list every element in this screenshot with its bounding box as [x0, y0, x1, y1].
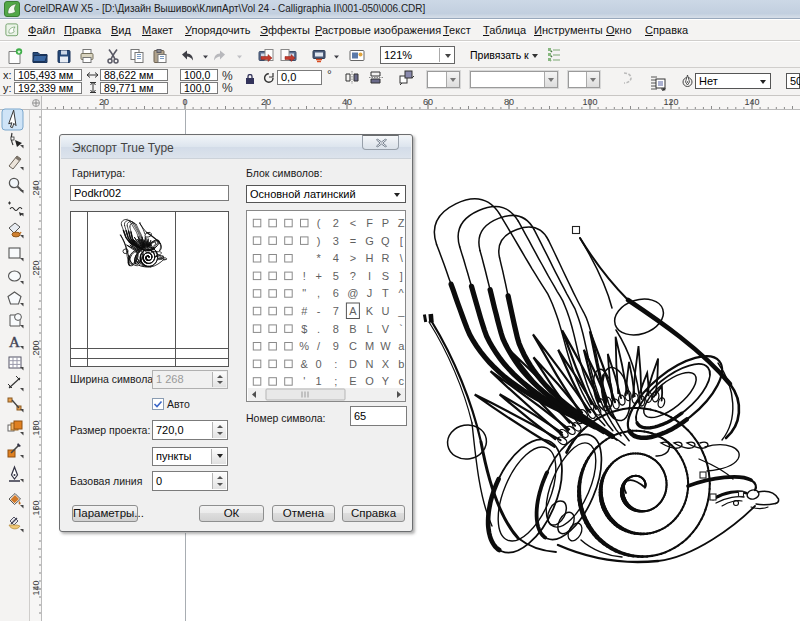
svg-text:V: V [382, 323, 390, 335]
svg-text:240: 240 [31, 180, 41, 195]
svg-text:A: A [9, 334, 20, 350]
svg-text:1: 1 [316, 375, 322, 387]
svg-text:8: 8 [333, 323, 339, 335]
svg-text:P: P [382, 217, 389, 229]
svg-text:@: @ [347, 287, 358, 299]
svg-text:': ' [303, 375, 305, 387]
svg-text:4: 4 [333, 252, 339, 264]
svg-text:/: / [317, 340, 321, 352]
svg-text:60: 60 [423, 97, 433, 107]
svg-text:_: _ [397, 305, 405, 317]
svg-text:M: M [365, 340, 374, 352]
svg-text:80: 80 [504, 97, 514, 107]
svg-text:R: R [381, 252, 389, 264]
svg-text:(: ( [317, 217, 321, 229]
svg-text:D: D [349, 358, 357, 370]
svg-text::: : [334, 358, 337, 370]
svg-text:2: 2 [333, 217, 339, 229]
svg-text:": " [302, 287, 306, 299]
svg-text:180: 180 [31, 420, 41, 435]
svg-text:K: K [366, 305, 374, 317]
svg-text:I: I [368, 270, 371, 282]
svg-text:-: - [317, 305, 321, 317]
svg-text:0: 0 [182, 97, 187, 107]
svg-text:?: ? [350, 270, 356, 282]
svg-text:a: a [398, 340, 405, 352]
svg-text:200: 200 [31, 340, 41, 355]
svg-text:!: ! [303, 270, 306, 282]
svg-text:N: N [366, 358, 374, 370]
svg-text:H: H [366, 252, 374, 264]
svg-text:A: A [349, 305, 357, 317]
svg-text:W: W [380, 340, 391, 352]
svg-text:#: # [301, 305, 308, 317]
svg-text:.: . [317, 323, 320, 335]
svg-text:=: = [350, 235, 356, 247]
svg-text:^: ^ [399, 287, 405, 299]
svg-text:C: C [349, 340, 357, 352]
svg-text:120: 120 [663, 97, 678, 107]
svg-text:Y: Y [382, 375, 390, 387]
svg-text:c: c [398, 375, 404, 387]
svg-text:220: 220 [31, 260, 41, 275]
svg-text:5: 5 [333, 270, 339, 282]
svg-text:X: X [382, 358, 390, 370]
svg-text:&: & [301, 358, 309, 370]
svg-text:G: G [365, 235, 374, 247]
svg-text:S: S [382, 270, 389, 282]
svg-text:3: 3 [333, 235, 339, 247]
svg-text:O: O [365, 375, 374, 387]
svg-text:20: 20 [99, 97, 109, 107]
svg-text:0: 0 [316, 358, 322, 370]
svg-text:b: b [398, 358, 404, 370]
svg-text:<: < [350, 217, 356, 229]
svg-text:`: ` [399, 323, 403, 335]
svg-text:%: % [299, 340, 309, 352]
svg-text:;: ; [334, 375, 337, 387]
svg-text:]: ] [400, 270, 403, 282]
svg-text:Q: Q [381, 235, 390, 247]
svg-text:140: 140 [744, 97, 759, 107]
svg-text:,: , [317, 287, 320, 299]
svg-text:>: > [350, 252, 356, 264]
svg-text:7: 7 [333, 305, 339, 317]
svg-text:$: $ [301, 323, 307, 335]
svg-text:B: B [349, 323, 356, 335]
svg-text:160: 160 [31, 500, 41, 515]
svg-text:40: 40 [342, 97, 352, 107]
svg-text:T: T [382, 287, 389, 299]
svg-text:J: J [367, 287, 373, 299]
svg-text:\: \ [400, 252, 404, 264]
svg-text:[: [ [400, 235, 403, 247]
svg-text:9: 9 [333, 340, 339, 352]
svg-text:20: 20 [261, 97, 271, 107]
svg-text:*: * [316, 252, 321, 264]
svg-text:L: L [366, 323, 372, 335]
svg-text:+: + [315, 270, 321, 282]
svg-text:E: E [349, 375, 356, 387]
svg-text:Z: Z [398, 217, 405, 229]
svg-text:U: U [381, 305, 389, 317]
svg-text:6: 6 [333, 287, 339, 299]
svg-text:140: 140 [31, 580, 41, 595]
svg-text:F: F [366, 217, 373, 229]
svg-text:100: 100 [582, 97, 597, 107]
svg-text:): ) [317, 235, 321, 247]
